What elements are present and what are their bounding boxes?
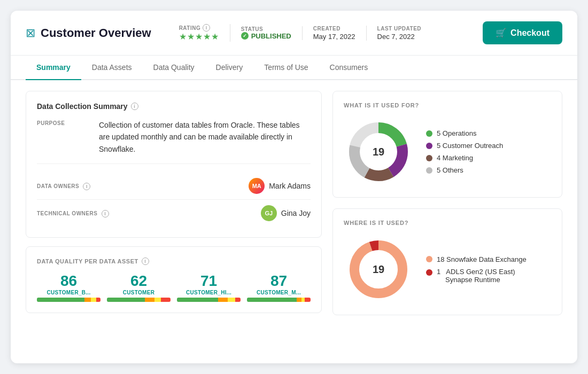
avatar-ma: MA	[249, 178, 265, 194]
collection-summary-box: Data Collection Summary i PURPOSE Collec…	[26, 91, 322, 238]
quality-score-3: 87	[270, 272, 287, 290]
header: ⊠ Customer Overview RATING i ★★★★★ STATU…	[11, 11, 577, 56]
collection-title: Data Collection Summary i	[37, 102, 311, 111]
quality-bar-3	[247, 298, 311, 302]
status-block: STATUS ✓ PUBLISHED	[230, 26, 303, 40]
quality-item-3: 87 CUSTOMER_M...	[247, 272, 311, 302]
quality-name-0: CUSTOMER_B...	[47, 290, 90, 295]
created-block: CREATED May 17, 2022	[303, 26, 367, 41]
updated-block: LAST UPDATED Dec 7, 2022	[367, 26, 432, 41]
quality-item-1: 62 CUSTOMER	[107, 272, 171, 302]
used-for-title: WHAT IS IT USED FOR?	[344, 102, 551, 108]
quality-title: DATA QUALITY PER DATA ASSET i	[37, 258, 311, 265]
legend-item-2: 4 Marketing	[426, 154, 503, 162]
legend-item-1: 5 Customer Outreach	[426, 142, 503, 150]
created-label: CREATED	[313, 26, 355, 32]
technical-owner-name: Gina Joy	[281, 209, 311, 217]
used-where-title: WHERE IS IT USED?	[344, 220, 551, 226]
status-label: STATUS	[241, 26, 291, 32]
data-owners-info-icon[interactable]: i	[83, 183, 90, 190]
data-owner-info: MA Mark Adams	[249, 178, 311, 194]
used-for-section: WHAT IS IT USED FOR?	[332, 91, 562, 198]
rating-block: RATING i ★★★★★	[168, 24, 230, 42]
used-where-section: WHERE IS IT USED? 19	[332, 208, 562, 315]
updated-value: Dec 7, 2022	[377, 33, 421, 41]
tab-terms-of-use[interactable]: Terms of Use	[253, 56, 319, 80]
tab-data-quality[interactable]: Data Quality	[143, 56, 205, 80]
data-owner-name: Mark Adams	[269, 182, 311, 190]
technical-owner-info: GJ Gina Joy	[261, 205, 311, 221]
quality-score-0: 86	[60, 272, 77, 290]
legend-dot-operations	[426, 130, 432, 137]
app-title: Customer Overview	[41, 26, 151, 40]
used-where-center-number: 19	[373, 263, 384, 276]
quality-bar-2	[177, 298, 241, 302]
checkout-button[interactable]: 🛒 Checkout	[483, 21, 562, 44]
tab-data-assets[interactable]: Data Assets	[81, 56, 143, 80]
purpose-label: PURPOSE	[37, 119, 90, 155]
header-meta: RATING i ★★★★★ STATUS ✓ PUBLISHED CREATE…	[168, 24, 466, 42]
created-value: May 17, 2022	[313, 33, 355, 41]
left-panel: Data Collection Summary i PURPOSE Collec…	[26, 91, 322, 315]
logo-icon: ⊠	[26, 26, 35, 40]
quality-name-2: CUSTOMER_HI...	[186, 290, 231, 295]
rating-label: RATING i	[179, 24, 219, 32]
purpose-row: PURPOSE Collection of customer data tabl…	[37, 119, 311, 164]
rating-info-icon[interactable]: i	[203, 24, 210, 32]
tabs-bar: Summary Data Assets Data Quality Deliver…	[11, 56, 577, 80]
purpose-value: Collection of customer data tables from …	[99, 119, 311, 155]
collection-info-icon[interactable]: i	[131, 103, 138, 110]
legend-dot-adls	[426, 269, 432, 276]
avatar-gj: GJ	[261, 205, 277, 221]
used-for-legend: 5 Operations 5 Customer Outreach 4 Marke…	[426, 129, 503, 174]
legend-dot-others	[426, 167, 432, 174]
quality-score-1: 62	[130, 272, 147, 290]
tab-consumers[interactable]: Consumers	[319, 56, 379, 80]
technical-owners-label: TECHNICAL OWNERS i	[37, 209, 109, 217]
main-content: Data Collection Summary i PURPOSE Collec…	[11, 80, 577, 326]
status-dot-icon: ✓	[241, 32, 249, 40]
status-badge: ✓ PUBLISHED	[241, 32, 291, 40]
tab-delivery[interactable]: Delivery	[205, 56, 254, 80]
quality-score-2: 71	[200, 272, 217, 290]
used-for-center-number: 19	[373, 146, 384, 158]
rating-stars: ★★★★★	[179, 32, 219, 42]
legend-where-item-1: 1 ADLS Gen2 (US East) Synapse Runtime	[426, 268, 527, 284]
used-for-chart-area: 19 5 Operations 5 Customer Outreach	[344, 117, 551, 186]
logo-title: ⊠ Customer Overview	[26, 26, 151, 40]
legend-item-3: 5 Others	[426, 166, 503, 174]
quality-name-3: CUSTOMER_M...	[257, 290, 301, 295]
quality-name-1: CUSTOMER	[123, 290, 154, 295]
used-where-donut: 19	[344, 235, 413, 304]
used-where-legend: 18 Snowfake Data Exchange 1 ADLS Gen2 (U…	[426, 255, 527, 284]
quality-box: DATA QUALITY PER DATA ASSET i 86 CUSTOME…	[26, 246, 322, 313]
quality-bar-0	[37, 298, 100, 302]
legend-dot-marketing	[426, 155, 432, 161]
right-panel: WHAT IS IT USED FOR?	[332, 91, 562, 315]
legend-item-0: 5 Operations	[426, 129, 503, 137]
cart-icon: 🛒	[496, 28, 506, 38]
tech-owners-info-icon[interactable]: i	[102, 210, 109, 217]
used-where-chart-area: 19 18 Snowfake Data Exchange 1 ADLS Gen2…	[344, 235, 551, 304]
legend-dot-outreach	[426, 143, 432, 149]
quality-item-2: 71 CUSTOMER_HI...	[177, 272, 241, 302]
data-owners-label: DATA OWNERS i	[37, 182, 90, 190]
legend-dot-snowflake	[426, 256, 432, 262]
data-owner-row: DATA OWNERS i MA Mark Adams	[37, 173, 311, 200]
quality-info-icon[interactable]: i	[142, 258, 149, 265]
main-card: ⊠ Customer Overview RATING i ★★★★★ STATU…	[11, 11, 577, 363]
used-for-donut: 19	[344, 117, 413, 186]
updated-label: LAST UPDATED	[377, 26, 421, 32]
technical-owner-row: TECHNICAL OWNERS i GJ Gina Joy	[37, 200, 311, 227]
quality-bar-1	[107, 298, 171, 302]
quality-grid: 86 CUSTOMER_B... 62 CUSTOMER	[37, 272, 311, 302]
legend-where-item-0: 18 Snowfake Data Exchange	[426, 255, 527, 263]
quality-item-0: 86 CUSTOMER_B...	[37, 272, 100, 302]
tab-summary[interactable]: Summary	[26, 56, 81, 80]
